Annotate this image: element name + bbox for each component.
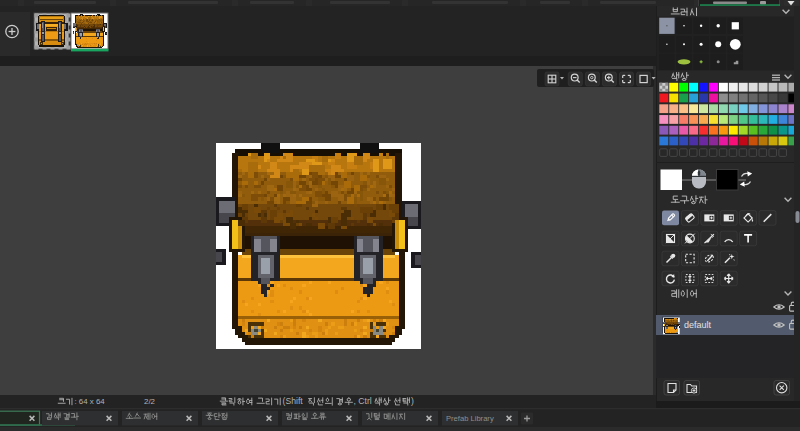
svg-text:, Ctrl: , Ctrl <box>354 396 372 406</box>
svg-text:default: default <box>684 320 712 330</box>
svg-text:(Shift: (Shift <box>283 396 304 406</box>
svg-text:): ) <box>411 396 414 406</box>
svg-text:: 64 x 64: : 64 x 64 <box>74 397 105 406</box>
svg-text:Prefab Library: Prefab Library <box>446 414 494 423</box>
svg-text:2/2: 2/2 <box>144 397 155 406</box>
